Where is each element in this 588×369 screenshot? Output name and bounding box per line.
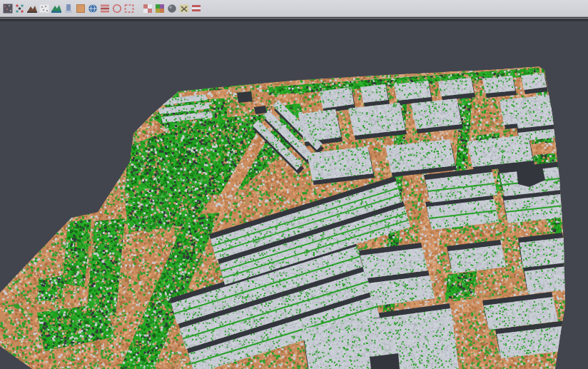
raster-layer-icon[interactable] bbox=[1, 1, 14, 16]
section-lines-icon[interactable] bbox=[98, 1, 111, 16]
toolbar bbox=[0, 0, 588, 17]
ortho-image-icon[interactable] bbox=[74, 1, 86, 16]
circle-select-icon[interactable] bbox=[111, 1, 123, 16]
dem-terrain-icon[interactable] bbox=[50, 1, 62, 16]
classify-points-icon[interactable] bbox=[14, 1, 26, 16]
profile-view-icon[interactable] bbox=[62, 1, 74, 16]
rect-select-icon[interactable] bbox=[123, 1, 135, 16]
ground-points-icon[interactable] bbox=[38, 1, 50, 16]
3d-viewport[interactable] bbox=[0, 21, 588, 369]
grid-select-icon[interactable] bbox=[141, 1, 153, 16]
flag-marker-icon[interactable] bbox=[190, 1, 202, 16]
clear-selection-icon[interactable] bbox=[178, 1, 190, 16]
terrain-model-icon[interactable] bbox=[26, 1, 38, 16]
globe-view-icon[interactable] bbox=[86, 1, 98, 16]
point-cloud-canvas[interactable] bbox=[0, 21, 588, 369]
sphere-render-icon[interactable] bbox=[166, 1, 178, 16]
application-window: { "window": { "toolbar_bg": "#d0d2d8", "… bbox=[0, 0, 588, 369]
classification-render-icon[interactable] bbox=[153, 1, 166, 16]
